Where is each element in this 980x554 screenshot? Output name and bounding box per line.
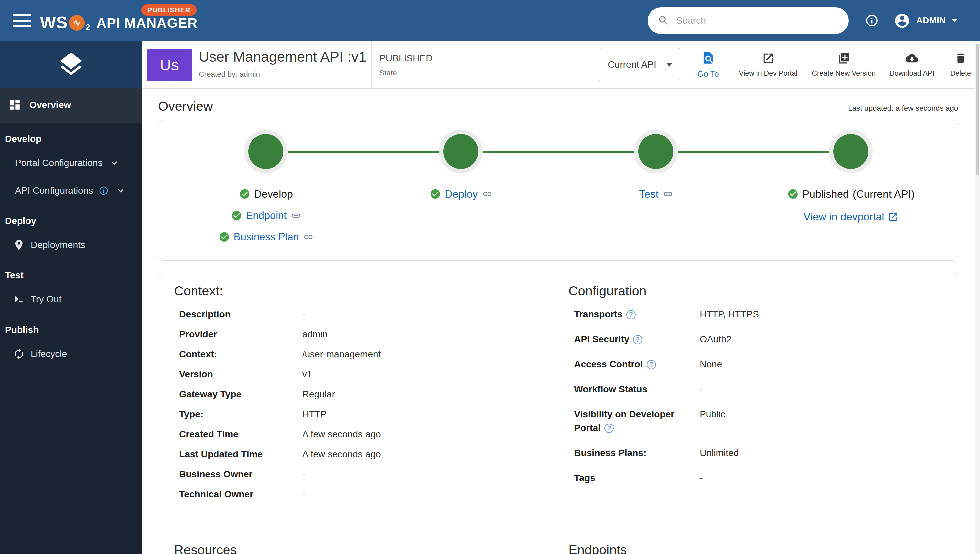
help-icon[interactable] bbox=[626, 310, 636, 319]
check-circle-icon bbox=[430, 188, 441, 200]
cloud-download-icon bbox=[906, 52, 918, 65]
sidebar-item-try-out[interactable]: Try Out bbox=[0, 286, 142, 313]
button-label: Download API bbox=[889, 69, 934, 78]
search-input[interactable] bbox=[675, 15, 838, 27]
step-test: Test bbox=[558, 134, 753, 200]
step-deploy: Deploy bbox=[363, 134, 558, 200]
scrollbar-thumb[interactable] bbox=[976, 44, 979, 175]
button-label: Delete bbox=[950, 69, 971, 78]
sidebar-item-portal-configurations[interactable]: Portal Configurations bbox=[0, 149, 142, 177]
configuration-section: Configuration TransportsHTTP, HTTPS API … bbox=[568, 283, 942, 507]
api-created-by: Created by: admin bbox=[199, 70, 260, 79]
context-row: Provideradmin bbox=[174, 327, 568, 341]
menu-icon[interactable] bbox=[13, 14, 31, 27]
sidebar-item-overview[interactable]: Overview bbox=[0, 88, 142, 123]
step-published: Published (Current API) View in devporta… bbox=[753, 134, 948, 223]
context-row: Description- bbox=[174, 307, 568, 321]
search-box bbox=[648, 7, 849, 34]
delete-button[interactable]: Delete bbox=[941, 41, 980, 89]
page-title: Overview bbox=[158, 99, 213, 114]
endpoint-link[interactable]: Endpoint bbox=[246, 210, 287, 222]
configuration-row: API SecurityOAuth2 bbox=[568, 332, 942, 346]
sidebar-item-label: Deployments bbox=[31, 240, 85, 250]
configuration-title: Configuration bbox=[568, 283, 942, 298]
context-row: Technical Owner- bbox=[174, 487, 568, 501]
sidebar-item-lifecycle[interactable]: Lifecycle bbox=[0, 340, 142, 368]
step-circle bbox=[833, 134, 868, 169]
version-select-value: Current API bbox=[608, 59, 656, 70]
info-icon[interactable] bbox=[865, 14, 879, 27]
trash-icon bbox=[955, 52, 967, 65]
sidebar-heading-test: Test bbox=[0, 259, 142, 286]
chevron-down-icon bbox=[115, 185, 126, 196]
check-circle-icon bbox=[788, 188, 799, 200]
lifecycle-state-value: PUBLISHED bbox=[379, 53, 432, 64]
context-row: Business Owner- bbox=[174, 467, 568, 481]
check-circle-icon bbox=[239, 188, 250, 200]
configuration-row: Tags- bbox=[568, 471, 942, 485]
details-card: Context: Description- Provideradmin Cont… bbox=[158, 273, 958, 554]
find-in-page-icon bbox=[702, 51, 715, 65]
sidebar-item-label: API Configurations bbox=[15, 185, 93, 196]
check-circle-icon bbox=[231, 210, 242, 221]
link-icon bbox=[303, 232, 313, 242]
context-row: Type:HTTP bbox=[174, 408, 568, 421]
configuration-row: Workflow Status- bbox=[568, 382, 942, 396]
button-label: Create New Version bbox=[812, 69, 876, 78]
layers-icon bbox=[57, 50, 85, 79]
content: Overview Last updated: a few seconds ago… bbox=[158, 89, 958, 554]
go-to-button[interactable]: Go To bbox=[685, 41, 731, 89]
map-pin-icon bbox=[13, 239, 25, 252]
link-icon bbox=[663, 189, 673, 199]
api-header: Us User Management API :v1 Created by: a… bbox=[142, 41, 980, 89]
sidebar-heading-develop: Develop bbox=[0, 123, 142, 150]
open-in-new-icon bbox=[762, 52, 775, 65]
scrollbar-track bbox=[975, 41, 980, 554]
step-develop: Develop Endpoint Business Plan bbox=[168, 134, 363, 243]
api-thumbnail: Us bbox=[147, 49, 192, 81]
link-icon bbox=[291, 211, 301, 221]
wso2-wave-icon bbox=[69, 15, 85, 31]
divider bbox=[371, 41, 372, 89]
configuration-row: Business Plans:Unlimited bbox=[568, 446, 942, 460]
sidebar-item-label: Portal Configurations bbox=[15, 158, 103, 168]
sidebar-heading-deploy: Deploy bbox=[0, 204, 142, 231]
version-select[interactable]: Current API bbox=[599, 48, 680, 81]
open-in-new-icon bbox=[888, 212, 899, 222]
logo-text-2: 2 bbox=[85, 22, 90, 33]
dashboard-icon bbox=[9, 99, 21, 111]
create-new-version-button[interactable]: Create New Version bbox=[805, 41, 883, 89]
step-circle bbox=[638, 134, 673, 169]
step-label: Published bbox=[802, 188, 849, 201]
avatar bbox=[894, 12, 911, 29]
help-icon[interactable] bbox=[633, 335, 642, 344]
sidebar-item-label: Try Out bbox=[31, 294, 62, 305]
business-plan-link[interactable]: Business Plan bbox=[234, 231, 299, 243]
view-in-dev-portal-button[interactable]: View in Dev Portal bbox=[731, 41, 805, 89]
context-row: Context:/user-management bbox=[174, 347, 568, 361]
sidebar: Overview Develop Portal Configurations A… bbox=[0, 41, 142, 554]
lifecycle-state-label: State bbox=[379, 68, 397, 77]
view-in-devportal-link[interactable]: View in devportal bbox=[803, 211, 884, 223]
deploy-link[interactable]: Deploy bbox=[445, 188, 478, 201]
link-icon bbox=[482, 189, 492, 199]
topbar: WS 2 API MANAGER PUBLISHER ADMIN bbox=[0, 0, 980, 41]
help-icon[interactable] bbox=[647, 360, 656, 369]
button-label: Go To bbox=[697, 69, 719, 79]
api-title: User Management API :v1 bbox=[199, 49, 366, 65]
help-icon[interactable] bbox=[605, 423, 614, 433]
step-suffix: (Current API) bbox=[853, 188, 915, 201]
publisher-badge: PUBLISHER bbox=[142, 4, 197, 15]
test-link[interactable]: Test bbox=[639, 188, 658, 201]
user-menu[interactable]: ADMIN bbox=[894, 12, 957, 29]
endpoints-title: Endpoints bbox=[568, 542, 627, 554]
lifecycle-icon bbox=[13, 348, 25, 360]
app: WS 2 API MANAGER PUBLISHER ADMIN Overvie… bbox=[0, 0, 980, 554]
info-icon[interactable] bbox=[99, 186, 109, 196]
download-api-button[interactable]: Download API bbox=[883, 41, 941, 89]
product-logo-block bbox=[0, 41, 142, 88]
library-add-icon bbox=[838, 52, 850, 65]
sidebar-item-deployments[interactable]: Deployments bbox=[0, 231, 142, 259]
logo-text-ws: WS bbox=[40, 12, 68, 33]
sidebar-item-api-configurations[interactable]: API Configurations bbox=[0, 177, 142, 205]
